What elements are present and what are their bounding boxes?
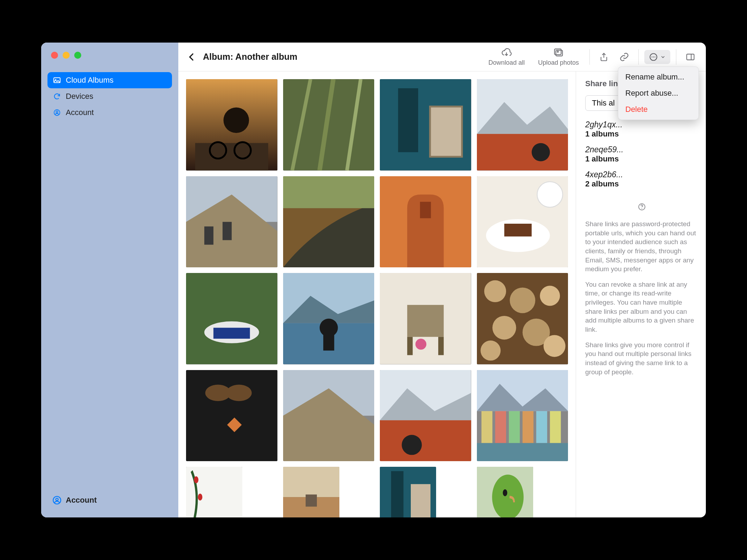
sidebar-footer-account[interactable]: Account [47, 492, 172, 508]
svg-rect-76 [495, 411, 506, 443]
sidebar-item-label: Account [66, 108, 94, 117]
svg-point-55 [415, 339, 426, 350]
svg-point-93 [503, 489, 507, 496]
download-all-button[interactable]: Download all [484, 46, 530, 68]
photo-thumbnail[interactable] [186, 79, 277, 171]
toolbar-divider [589, 49, 590, 65]
cloud-download-icon [501, 47, 512, 58]
photo-thumbnail[interactable] [477, 176, 568, 268]
svg-rect-33 [204, 226, 213, 244]
photo-thumbnail[interactable] [380, 467, 436, 517]
help-icon[interactable] [638, 203, 646, 212]
sidebar-item-devices[interactable]: Devices [47, 88, 172, 104]
photo-thumbnail[interactable] [186, 370, 277, 462]
share-link-entry[interactable]: 2ghy1qx... 1 albums [585, 120, 698, 139]
svg-rect-45 [213, 328, 250, 339]
photo-thumbnail[interactable] [380, 273, 471, 364]
share-link-entry[interactable]: 2neqe59... 1 albums [585, 145, 698, 164]
photo-thumbnail[interactable] [380, 370, 471, 462]
maximize-window-button[interactable] [74, 52, 81, 59]
photo-thumbnail[interactable] [283, 176, 375, 268]
sidebar-footer-label: Account [66, 496, 97, 505]
photo-thumbnail[interactable] [283, 273, 375, 364]
link-button[interactable] [616, 50, 633, 64]
svg-point-1 [55, 79, 56, 80]
svg-rect-12 [687, 54, 694, 59]
share-link-count: 1 albums [585, 154, 698, 164]
sync-icon [52, 92, 62, 101]
svg-rect-77 [509, 411, 519, 443]
photo-thumbnail[interactable] [477, 273, 568, 364]
tool-btn-label: Download all [489, 59, 525, 66]
toggle-panel-button[interactable] [682, 50, 699, 64]
page-title: Album: Another album [203, 52, 298, 62]
share-link-key: 2ghy1qx... [585, 120, 698, 129]
photo-thumbnail[interactable] [186, 273, 277, 364]
share-link-key: 4xep2b6... [585, 170, 698, 179]
help-text: Share links are password-protected porta… [585, 219, 698, 383]
help-icon-row [585, 203, 698, 212]
main-area: Album: Another album Download all Upload… [178, 43, 706, 517]
share-link-count: 1 albums [585, 129, 698, 139]
photo-grid [186, 79, 568, 517]
dropdown-report-abuse[interactable]: Report abuse... [618, 85, 698, 101]
add-photos-icon [553, 47, 564, 58]
photo-thumbnail[interactable] [477, 79, 568, 171]
upload-photos-button[interactable]: Upload photos [533, 46, 584, 68]
svg-rect-87 [306, 495, 317, 507]
photo-thumbnail[interactable] [186, 467, 242, 517]
svg-point-83 [194, 476, 198, 483]
back-button[interactable] [185, 51, 198, 63]
svg-point-11 [655, 56, 656, 57]
sidebar-footer: Account [41, 492, 178, 517]
svg-rect-80 [550, 411, 561, 443]
photo-thumbnail[interactable] [283, 370, 375, 462]
more-options-button[interactable] [644, 50, 670, 64]
photo-thumbnail[interactable] [186, 176, 277, 268]
tool-btn-label: Upload photos [538, 59, 579, 66]
svg-rect-79 [536, 411, 547, 443]
svg-rect-25 [430, 107, 462, 157]
svg-rect-78 [522, 411, 533, 443]
svg-rect-54 [438, 337, 444, 355]
svg-rect-85 [283, 467, 339, 497]
album-selector-pill[interactable]: This al [585, 95, 621, 111]
share-button[interactable] [595, 50, 612, 64]
svg-rect-38 [420, 202, 431, 218]
more-options-dropdown: Rename album... Report abuse... Delete [618, 66, 699, 120]
share-link-key: 2neqe59... [585, 145, 698, 154]
share-link-entry[interactable]: 4xep2b6... 2 albums [585, 170, 698, 189]
dropdown-rename-album[interactable]: Rename album... [618, 69, 698, 85]
svg-point-58 [510, 288, 535, 313]
share-link-count: 2 albums [585, 179, 698, 189]
svg-rect-90 [411, 484, 430, 517]
svg-rect-52 [407, 305, 444, 337]
share-links-panel: Share links This al 2ghy1qx... 1 albums … [576, 71, 706, 517]
svg-rect-24 [398, 88, 418, 152]
svg-point-66 [226, 384, 252, 401]
sidebar-item-account[interactable]: Account [47, 104, 172, 121]
svg-rect-16 [195, 143, 268, 171]
photo-thumbnail[interactable] [283, 467, 339, 517]
svg-point-84 [198, 494, 203, 501]
photo-thumbnail[interactable] [380, 79, 471, 171]
photo-thumbnail[interactable] [477, 370, 568, 462]
photo-thumbnail[interactable] [380, 176, 471, 268]
svg-point-5 [56, 498, 58, 501]
toolbar: Album: Another album Download all Upload… [178, 43, 706, 71]
svg-point-59 [540, 286, 560, 306]
toolbar-divider [638, 49, 639, 65]
svg-point-10 [653, 56, 654, 57]
svg-rect-81 [477, 443, 568, 461]
photo-thumbnail[interactable] [477, 467, 533, 517]
photo-grid-area [178, 71, 576, 517]
close-window-button[interactable] [51, 52, 58, 59]
sidebar-item-cloud-albums[interactable]: Cloud Albums [47, 72, 172, 88]
person-circle-icon [52, 496, 62, 505]
photo-thumbnail[interactable] [283, 79, 375, 171]
content-area: Share links This al 2ghy1qx... 1 albums … [178, 71, 706, 517]
svg-point-57 [484, 280, 506, 302]
svg-rect-34 [223, 222, 232, 240]
minimize-window-button[interactable] [63, 52, 70, 59]
dropdown-delete[interactable]: Delete [618, 101, 698, 117]
